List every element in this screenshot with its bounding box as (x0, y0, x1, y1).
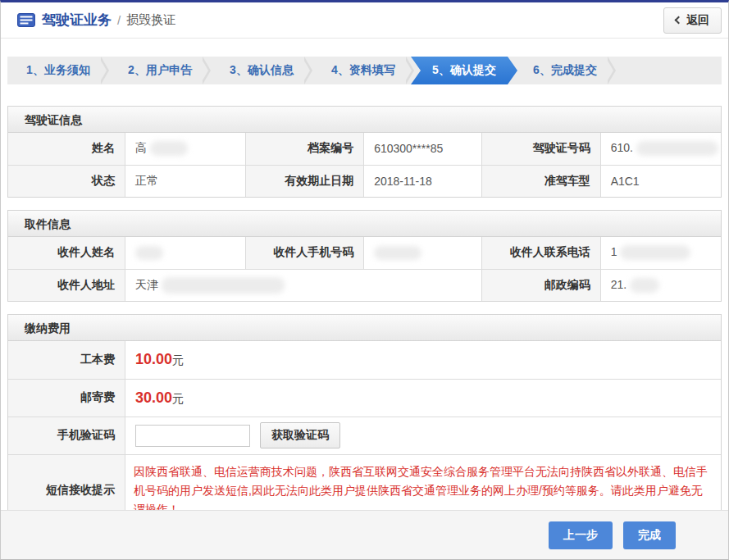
recipient-address-label: 收件人地址 (8, 269, 125, 301)
license-number-value: 610. (600, 133, 721, 165)
redaction-blur (636, 141, 718, 156)
step-4-fill-data[interactable]: 4、资料填写 (312, 57, 414, 84)
recipient-name-label: 收件人姓名 (8, 237, 125, 269)
page-header: 驾驶证业务 / 损毁换证 返回 (1, 2, 728, 39)
redaction-blur (135, 246, 163, 260)
redaction-blur (374, 246, 421, 260)
table-row: 姓名 高 档案编号 610300****85 驾驶证号码 610. (8, 133, 721, 165)
postage-fee-label: 邮寄费 (8, 379, 125, 417)
get-code-button[interactable]: 获取验证码 (260, 422, 340, 448)
step-bar-filler (616, 57, 722, 84)
back-button[interactable]: 返回 (663, 7, 722, 34)
production-fee-value: 10.00元 (125, 341, 721, 379)
step-wizard: 1、业务须知 2、用户申告 3、确认信息 4、资料填写 5、确认提交 6、完成提… (7, 57, 722, 84)
redaction-blur (620, 245, 690, 260)
sms-code-input[interactable] (135, 425, 250, 447)
file-number-label: 档案编号 (245, 133, 363, 165)
postage-fee-value: 30.00元 (125, 379, 721, 417)
postal-code-value: 21. (600, 269, 721, 301)
table-row: 收件人姓名 收件人手机号码 收件人联系电话 1 (8, 237, 721, 269)
recipient-address-value: 天津 (125, 269, 482, 301)
license-number-label: 驾驶证号码 (482, 133, 600, 165)
fees-section: 缴纳费用 工本费 10.00元 邮寄费 30.00元 手机验证码 获取验证码 短… (7, 314, 722, 527)
license-info-table: 姓名 高 档案编号 610300****85 驾驶证号码 610. 状态 正常 … (8, 133, 721, 197)
fees-title: 缴纳费用 (8, 315, 721, 341)
license-info-title: 驾驶证信息 (8, 107, 721, 133)
table-row: 邮寄费 30.00元 (8, 379, 721, 417)
breadcrumb-separator: / (117, 13, 121, 27)
pickup-info-title: 取件信息 (8, 211, 721, 237)
step-1-business-notice[interactable]: 1、业务须知 (7, 57, 109, 84)
expiry-date-value: 2018-11-18 (364, 165, 482, 197)
footer-action-bar: 上一步 完成 (1, 510, 728, 559)
step-2-user-declaration[interactable]: 2、用户申告 (109, 57, 211, 84)
table-row: 工本费 10.00元 (8, 341, 721, 379)
recipient-mobile-value (364, 237, 482, 269)
redaction-blur (162, 277, 285, 294)
step-5-confirm-submit[interactable]: 5、确认提交 (411, 57, 517, 84)
recipient-name-value (125, 237, 246, 269)
step-6-complete-submit[interactable]: 6、完成提交 (514, 57, 616, 84)
postal-code-label: 邮政编码 (482, 269, 600, 301)
breadcrumb-current: 损毁换证 (126, 12, 175, 28)
name-label: 姓名 (8, 133, 125, 165)
redaction-blur (150, 141, 188, 156)
vehicle-class-value: A1C1 (600, 165, 721, 197)
step-3-confirm-info[interactable]: 3、确认信息 (211, 57, 312, 84)
recipient-phone-value: 1 (600, 237, 721, 269)
previous-step-button[interactable]: 上一步 (549, 521, 613, 549)
recipient-mobile-label: 收件人手机号码 (245, 237, 363, 269)
expiry-date-label: 有效期止日期 (245, 165, 363, 197)
status-value: 正常 (125, 165, 246, 197)
status-label: 状态 (8, 165, 125, 197)
file-number-value: 610300****85 (364, 133, 482, 165)
table-row: 手机验证码 获取验证码 (8, 417, 721, 454)
page-title: 驾驶证业务 (42, 11, 112, 30)
license-list-icon (17, 13, 35, 27)
pickup-info-section: 取件信息 收件人姓名 收件人手机号码 收件人联系电话 1 收件人地址 天津 邮政… (7, 210, 722, 302)
vehicle-class-label: 准驾车型 (482, 165, 600, 197)
back-button-label: 返回 (686, 13, 709, 28)
redaction-blur (630, 278, 659, 293)
license-info-section: 驾驶证信息 姓名 高 档案编号 610300****85 驾驶证号码 610. … (7, 106, 722, 198)
table-row: 状态 正常 有效期止日期 2018-11-18 准驾车型 A1C1 (8, 165, 721, 197)
chevron-left-icon (675, 16, 683, 25)
table-row: 收件人地址 天津 邮政编码 21. (8, 269, 721, 301)
name-value: 高 (125, 133, 246, 165)
sms-code-label: 手机验证码 (8, 417, 125, 454)
recipient-phone-label: 收件人联系电话 (482, 237, 600, 269)
fees-table: 工本费 10.00元 邮寄费 30.00元 手机验证码 获取验证码 短信接收提示… (8, 341, 721, 526)
sms-code-cell: 获取验证码 (125, 417, 721, 454)
pickup-info-table: 收件人姓名 收件人手机号码 收件人联系电话 1 收件人地址 天津 邮政编码 21… (8, 237, 721, 301)
finish-button[interactable]: 完成 (623, 521, 676, 549)
production-fee-label: 工本费 (8, 341, 125, 379)
